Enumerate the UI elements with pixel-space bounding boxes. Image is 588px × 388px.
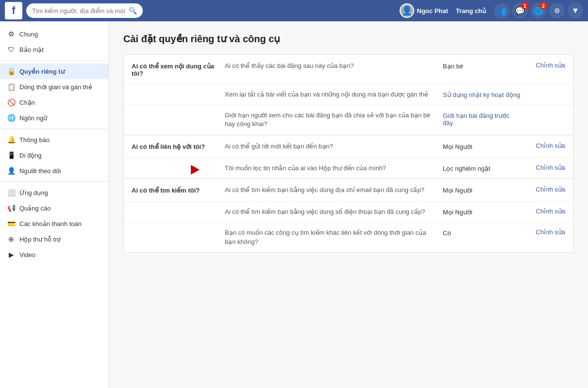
lock-icon: 🔒 <box>7 67 16 76</box>
edit-link[interactable]: Chỉnh sửa <box>536 164 565 171</box>
notifications-badge: 1 <box>521 2 529 10</box>
shield-icon: 🛡 <box>7 45 16 54</box>
table-row: Ai có thể tìm kiếm bạn bằng việc dùng số… <box>124 202 573 223</box>
sidebar-divider-1 <box>0 60 108 61</box>
row-action: Chỉnh sửa <box>526 208 565 215</box>
row-value: Bạn bè <box>443 62 521 70</box>
header: f 🔍 👤 Ngoc Phat Trang chủ 👥 💬 1 🌐 2 ⚙ ▼ <box>0 0 588 21</box>
home-link[interactable]: Trang chủ <box>451 7 491 15</box>
row-value[interactable]: Sử dụng nhật ký hoạt động <box>443 90 521 98</box>
settings-icon-btn[interactable]: ⚙ <box>549 3 565 18</box>
main-content: Cài đặt quyền riêng tư và công cụ Ai có … <box>109 21 588 388</box>
section-heading-row: Ai có thể tìm kiếm tôi? Ai có thể tìm ki… <box>124 179 573 202</box>
edit-link[interactable]: Chỉnh sửa <box>536 186 565 193</box>
row-action: Chỉnh sửa <box>526 228 565 236</box>
sidebar-divider-2 <box>0 129 108 129</box>
sidebar-item-label: Chặn <box>19 99 35 106</box>
follower-icon: 👤 <box>7 166 16 175</box>
sidebar-item-label: Video <box>19 251 35 259</box>
section-heading-row: Ai có thể xem nội dung của tôi? Ai có th… <box>124 55 573 84</box>
sidebar-item-chung[interactable]: ⚙ Chung <box>0 26 108 42</box>
sidebar-item-label: Ngôn ngữ <box>19 114 47 122</box>
sidebar-item-label: Hộp thư hỗ trợ <box>19 236 61 243</box>
sidebar-item-label: Chung <box>19 31 38 38</box>
section-heading: Ai có thể xem nội dung của tôi? <box>132 62 219 77</box>
sidebar: ⚙ Chung 🛡 Bảo mật 🔒 Quyền riêng tư 📋 Dòn… <box>0 21 109 388</box>
video-icon: ▶ <box>7 250 16 259</box>
row-heading-empty <box>132 208 219 209</box>
timeline-icon: 📋 <box>7 82 16 91</box>
sidebar-item-di-dong[interactable]: 📱 Di động <box>0 147 108 163</box>
mobile-icon: 📱 <box>7 151 16 160</box>
sidebar-item-dong-thoi-gian[interactable]: 📋 Dòng thời gian và gán thẻ <box>0 79 108 95</box>
row-desc-arrow: Tôi muốn lọc tin nhắn của ai vào Hộp thư… <box>225 164 437 173</box>
gear-icon: ⚙ <box>7 30 16 38</box>
edit-link[interactable]: Chỉnh sửa <box>536 142 565 149</box>
row-value[interactable]: Giới hạn bài đăng trước đây <box>443 111 521 127</box>
section-xem-noi-dung: Ai có thể xem nội dung của tôi? Ai có th… <box>124 55 573 135</box>
page-title: Cài đặt quyền riêng tư và công cụ <box>123 33 573 45</box>
ad-icon: 📢 <box>7 204 16 212</box>
notifications-icon-btn[interactable]: 💬 1 <box>512 3 528 18</box>
search-bar[interactable]: 🔍 <box>26 3 143 18</box>
row-desc: Ai có thể tìm kiếm bạn bằng việc dùng số… <box>225 208 437 216</box>
row-value: Mọi Người <box>443 142 521 150</box>
messages-icon-btn[interactable]: 🌐 2 <box>531 3 546 18</box>
table-row: Bạn có muốn các công cụ tìm kiếm khác li… <box>124 223 573 252</box>
sidebar-item-nguoi-theo-doi[interactable]: 👤 Người theo dõi <box>0 163 108 178</box>
sidebar-item-bao-mat[interactable]: 🛡 Bảo mật <box>0 42 108 57</box>
sidebar-item-hop-thu[interactable]: ⊕ Hộp thư hỗ trợ <box>0 231 108 247</box>
table-row: Tôi muốn lọc tin nhắn của ai vào Hộp thư… <box>124 158 573 178</box>
friends-icon-btn[interactable]: 👥 <box>494 3 509 18</box>
bell-icon: 🔔 <box>7 135 16 144</box>
language-icon: 🌐 <box>7 113 16 122</box>
sidebar-item-label: Bảo mật <box>19 46 44 53</box>
privacy-table: Ai có thể xem nội dung của tôi? Ai có th… <box>123 54 573 253</box>
row-value: Lọc nghiêm ngặt <box>443 164 521 172</box>
sidebar-divider-3 <box>0 181 108 182</box>
table-row: Xem lại tất cả bài viết của bạn và những… <box>124 84 573 105</box>
sidebar-item-thanh-toan[interactable]: 💳 Các khoản thanh toán <box>0 216 108 231</box>
edit-link[interactable]: Chỉnh sửa <box>536 208 565 215</box>
sidebar-item-thong-bao[interactable]: 🔔 Thông báo <box>0 132 108 147</box>
sidebar-item-quyen-rieng-tu[interactable]: 🔒 Quyền riêng tư <box>0 64 108 79</box>
edit-link[interactable]: Chỉnh sửa <box>536 228 565 236</box>
row-desc: Ai có thể tìm kiếm bạn bằng việc dùng đị… <box>225 186 437 194</box>
row-action: Chỉnh sửa <box>526 62 565 69</box>
sidebar-item-ngon-ngu[interactable]: 🌐 Ngôn ngữ <box>0 110 108 126</box>
layout: ⚙ Chung 🛡 Bảo mật 🔒 Quyền riêng tư 📋 Dòn… <box>0 21 588 388</box>
payment-icon: 💳 <box>7 219 16 228</box>
row-value: Có <box>443 228 521 237</box>
section-lien-he: Ai có thể liên hệ với tôi? Ai có thể gửi… <box>124 135 573 179</box>
friends-icon: 👥 <box>497 6 506 16</box>
support-icon: ⊕ <box>7 235 16 243</box>
sidebar-item-label: Các khoản thanh toán <box>19 220 82 227</box>
search-icon: 🔍 <box>129 7 137 15</box>
dropdown-icon-btn[interactable]: ▼ <box>568 3 583 18</box>
row-heading-empty <box>132 228 219 229</box>
sidebar-item-label: Quyền riêng tư <box>19 68 65 75</box>
table-row: Giới hạn người xem cho các bài đăng bạn … <box>124 105 573 134</box>
row-desc: Ai có thể gửi lời mời kết bạn đến bạn? <box>225 142 437 151</box>
app-icon: ⬜ <box>7 188 16 197</box>
sidebar-item-label: Quảng cáo <box>19 205 50 212</box>
sidebar-item-label: Di động <box>19 152 42 159</box>
sidebar-item-video[interactable]: ▶ Video <box>0 247 108 262</box>
sidebar-item-label: Dòng thời gian và gán thẻ <box>19 83 92 91</box>
sidebar-item-label: Thông báo <box>19 136 50 144</box>
sidebar-item-chan[interactable]: 🚫 Chặn <box>0 95 108 110</box>
sidebar-item-ung-dung[interactable]: ⬜ Ứng dụng <box>0 185 108 200</box>
search-input[interactable] <box>32 7 126 15</box>
edit-link[interactable]: Chỉnh sửa <box>536 62 565 69</box>
row-action: Chỉnh sửa <box>526 186 565 193</box>
row-desc: Xem lại tất cả bài viết của bạn và những… <box>225 90 437 99</box>
row-desc: Bạn có muốn các công cụ tìm kiếm khác li… <box>225 228 437 246</box>
row-value: Mọi Người <box>443 186 521 194</box>
sidebar-item-quang-cao[interactable]: 📢 Quảng cáo <box>0 200 108 216</box>
sidebar-item-label: Ứng dụng <box>19 189 48 196</box>
row-heading-empty <box>132 164 219 165</box>
avatar: 👤 <box>400 3 414 18</box>
row-heading-empty <box>132 111 219 112</box>
user-profile[interactable]: 👤 Ngoc Phat <box>400 3 448 18</box>
messages-badge: 2 <box>539 2 547 10</box>
